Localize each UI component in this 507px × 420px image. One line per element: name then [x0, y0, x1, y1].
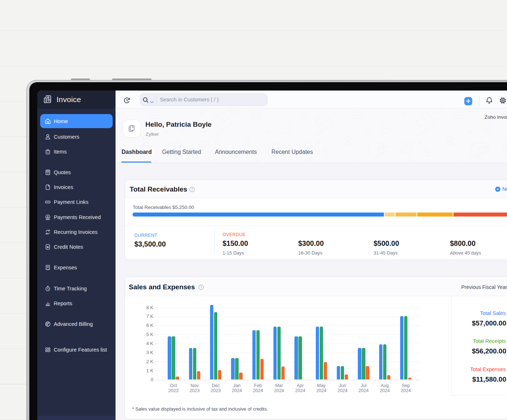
- svg-text:?: ?: [200, 285, 202, 289]
- svg-text:?: ?: [191, 188, 193, 191]
